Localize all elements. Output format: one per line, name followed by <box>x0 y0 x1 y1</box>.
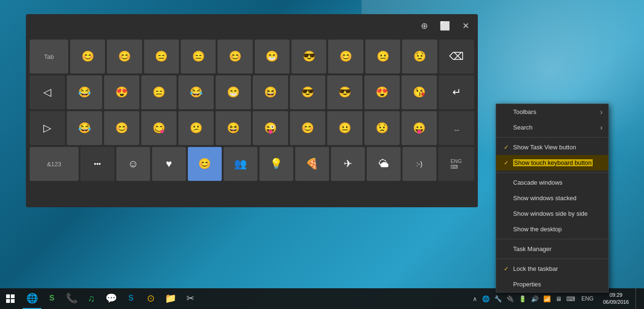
taskbar-icon-skype[interactable]: S <box>121 288 140 309</box>
key-emoji-26[interactable]: 😜 <box>253 111 288 145</box>
key-emoji-18[interactable]: 😎 <box>327 75 362 109</box>
key-emoji-19[interactable]: 😍 <box>364 75 400 109</box>
key-emoji-21[interactable]: 😂 <box>67 111 102 145</box>
key-emoji-16[interactable]: 😆 <box>253 75 288 109</box>
keyboard-close-button[interactable]: ✕ <box>459 19 472 33</box>
taskbar-icon-snip[interactable]: ✂ <box>181 288 200 309</box>
key-numeric[interactable]: &123 <box>30 147 79 181</box>
key-emoji-2[interactable]: 😊 <box>107 40 142 73</box>
key-people[interactable]: 👥 <box>224 147 258 181</box>
tray-chevron[interactable]: ∧ <box>471 295 479 302</box>
search-label: Search <box>513 124 532 131</box>
key-emoji-10[interactable]: 😟 <box>402 40 437 73</box>
key-food[interactable]: 🍕 <box>295 147 329 181</box>
clock-date: 06/09/2016 <box>603 299 629 306</box>
menu-item-show-desktop[interactable]: Show the desktop <box>496 221 608 237</box>
start-button[interactable] <box>0 288 21 309</box>
menu-item-show-stacked[interactable]: Show windows stacked <box>496 190 608 206</box>
tray-display[interactable]: 🖥 <box>554 295 563 302</box>
key-emoji-8[interactable]: 😊 <box>328 40 363 73</box>
key-emoji-28[interactable]: 😐 <box>327 111 362 145</box>
key-bulb[interactable]: 💡 <box>259 147 293 181</box>
taskbar-icon-edge[interactable]: 🌐 <box>23 288 41 309</box>
task-manager-check <box>504 245 511 252</box>
lock-taskbar-label: Lock the taskbar <box>513 265 558 272</box>
key-heart[interactable]: ♥ <box>152 147 186 181</box>
menu-item-lock-taskbar[interactable]: ✓ Lock the taskbar <box>496 261 608 276</box>
key-emoji-6[interactable]: 😁 <box>255 40 290 73</box>
keyboard-minimize-button[interactable]: ⬜ <box>438 19 451 33</box>
key-emoji-23[interactable]: 😋 <box>141 111 177 145</box>
tray-network2[interactable]: 📶 <box>542 295 552 302</box>
key-emoji-14[interactable]: 😂 <box>178 75 214 109</box>
menu-item-task-manager[interactable]: Task Manager <box>496 241 608 257</box>
key-emoji-29[interactable]: 😟 <box>364 111 400 145</box>
taskbar-icon-viber[interactable]: 📞 <box>62 288 81 309</box>
tray-keyboard-icon[interactable]: ⌨ <box>565 295 577 302</box>
taskbar-context-menu: Toolbars Search ✓ Show Task View button … <box>496 104 609 293</box>
tray-tool[interactable]: 🔧 <box>493 295 503 302</box>
key-emoji-9[interactable]: 😐 <box>365 40 400 73</box>
key-back[interactable]: ◁ <box>30 75 65 109</box>
key-text-emoji[interactable]: :-) <box>402 147 436 181</box>
menu-item-show-touch-keyboard[interactable]: ✓ Show touch keyboard button <box>496 155 608 171</box>
key-emoji-4[interactable]: 😑 <box>181 40 216 73</box>
menu-item-search[interactable]: Search <box>496 120 608 135</box>
properties-label: Properties <box>513 281 541 288</box>
key-emoji-13[interactable]: 😑 <box>141 75 177 109</box>
menu-item-show-task-view[interactable]: ✓ Show Task View button <box>496 139 608 155</box>
toolbars-label: Toolbars <box>513 108 536 115</box>
key-emoji-15[interactable]: 😁 <box>216 75 251 109</box>
taskbar-icon-whatsapp[interactable]: 💬 <box>102 288 121 309</box>
keyboard-pin-button[interactable]: ⊕ <box>418 19 431 33</box>
taskbar-clock[interactable]: 09:29 06/09/2016 <box>598 292 634 306</box>
toolbars-check <box>504 108 511 115</box>
properties-check <box>504 281 511 288</box>
key-emoji-12[interactable]: 😍 <box>104 75 139 109</box>
key-emoji-27[interactable]: 😊 <box>290 111 325 145</box>
tray-volume[interactable]: 🔊 <box>530 295 540 302</box>
key-emoji-3[interactable]: 😑 <box>144 40 179 73</box>
key-space[interactable]: ⎵ <box>439 111 474 145</box>
key-emoji-face[interactable]: 😊 <box>188 147 222 181</box>
taskbar-icon-snote[interactable]: S <box>42 288 61 309</box>
task-manager-label: Task Manager <box>513 245 552 252</box>
key-backspace[interactable]: ⌫ <box>439 40 474 73</box>
menu-item-toolbars[interactable]: Toolbars <box>496 104 608 120</box>
tray-battery-plug[interactable]: 🔌 <box>505 295 515 302</box>
key-emoji-7[interactable]: 😎 <box>291 40 326 73</box>
key-emoji-20[interactable]: 😘 <box>402 75 437 109</box>
touch-keyboard-check: ✓ <box>504 159 511 166</box>
tray-battery[interactable]: 🔋 <box>517 295 528 302</box>
touch-keyboard-panel: ⊕ ⬜ ✕ Tab 😊 😊 😑 😑 😊 😁 😎 😊 😐 😟 ⌫ ◁ 😂 😍 😑 … <box>26 14 478 207</box>
tray-network[interactable]: 🌐 <box>481 295 491 302</box>
key-travel[interactable]: ✈ <box>331 147 365 181</box>
key-emoji-1[interactable]: 😊 <box>70 40 105 73</box>
key-emoji-24[interactable]: 😕 <box>178 111 214 145</box>
key-eng[interactable]: ENG⌨ <box>438 147 474 181</box>
key-emoji-17[interactable]: 😎 <box>290 75 325 109</box>
taskbar-icon-chrome[interactable]: ⊙ <box>141 288 160 309</box>
key-emoji-30[interactable]: 😛 <box>402 111 437 145</box>
key-emoji-11[interactable]: 😂 <box>67 75 102 109</box>
key-emoji-25[interactable]: 😆 <box>216 111 251 145</box>
taskbar-icon-folder[interactable]: 📁 <box>161 288 180 309</box>
stacked-label: Show windows stacked <box>513 195 576 202</box>
menu-item-show-side-by-side[interactable]: Show windows side by side <box>496 206 608 221</box>
key-forward[interactable]: ▷ <box>30 111 65 145</box>
key-emoji-5[interactable]: 😊 <box>217 40 252 73</box>
menu-item-properties[interactable]: Properties <box>496 276 608 292</box>
key-ellipsis[interactable]: ••• <box>80 147 114 181</box>
keyboard-titlebar: ⊕ ⬜ ✕ <box>26 14 478 38</box>
taskbar-language[interactable]: ENG <box>579 295 596 302</box>
cascade-label: Cascade windows <box>513 179 563 186</box>
menu-item-cascade[interactable]: Cascade windows <box>496 175 608 190</box>
key-tab[interactable]: Tab <box>30 40 68 73</box>
show-desktop-button[interactable] <box>636 288 640 309</box>
key-emoji-22[interactable]: 😊 <box>104 111 139 145</box>
taskbar-icon-spotify[interactable]: ♫ <box>82 288 101 309</box>
key-smiley[interactable]: ☺ <box>116 147 150 181</box>
key-weather[interactable]: 🌥 <box>367 147 401 181</box>
key-enter[interactable]: ↵ <box>439 75 474 109</box>
svg-rect-1 <box>11 294 15 298</box>
